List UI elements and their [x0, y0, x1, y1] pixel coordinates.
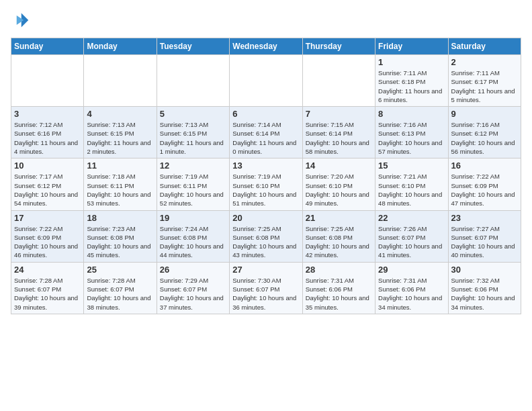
day-number: 11: [87, 161, 153, 171]
calendar-cell: 25Sunrise: 7:28 AM Sunset: 6:07 PM Dayli…: [84, 262, 157, 314]
header-row: SundayMondayTuesdayWednesdayThursdayFrid…: [11, 38, 521, 55]
day-number: 24: [14, 265, 81, 275]
calendar-cell: [84, 55, 157, 107]
day-info: Sunrise: 7:11 AM Sunset: 6:17 PM Dayligh…: [451, 68, 518, 104]
calendar-cell: 13Sunrise: 7:19 AM Sunset: 6:10 PM Dayli…: [230, 158, 302, 210]
header-cell-thursday: Thursday: [302, 38, 375, 55]
calendar-cell: 27Sunrise: 7:30 AM Sunset: 6:07 PM Dayli…: [230, 262, 302, 314]
day-info: Sunrise: 7:29 AM Sunset: 6:07 PM Dayligh…: [160, 276, 226, 312]
day-info: Sunrise: 7:22 AM Sunset: 6:09 PM Dayligh…: [14, 224, 81, 260]
day-info: Sunrise: 7:31 AM Sunset: 6:06 PM Dayligh…: [378, 276, 445, 312]
day-info: Sunrise: 7:14 AM Sunset: 6:14 PM Dayligh…: [232, 120, 299, 156]
day-number: 29: [378, 265, 445, 275]
calendar-week-3: 10Sunrise: 7:17 AM Sunset: 6:12 PM Dayli…: [11, 158, 521, 210]
day-number: 28: [306, 265, 372, 275]
day-number: 27: [232, 265, 299, 275]
day-info: Sunrise: 7:32 AM Sunset: 6:06 PM Dayligh…: [451, 276, 518, 312]
calendar-week-4: 17Sunrise: 7:22 AM Sunset: 6:09 PM Dayli…: [11, 210, 521, 262]
day-number: 20: [232, 213, 299, 223]
day-info: Sunrise: 7:12 AM Sunset: 6:16 PM Dayligh…: [14, 120, 81, 156]
day-number: 7: [306, 109, 372, 119]
day-info: Sunrise: 7:25 AM Sunset: 6:08 PM Dayligh…: [306, 224, 372, 260]
calendar-cell: [11, 55, 84, 107]
calendar-cell: 23Sunrise: 7:27 AM Sunset: 6:07 PM Dayli…: [448, 210, 521, 262]
calendar-cell: 18Sunrise: 7:23 AM Sunset: 6:08 PM Dayli…: [84, 210, 157, 262]
day-number: 8: [378, 109, 445, 119]
header-cell-friday: Friday: [375, 38, 448, 55]
day-info: Sunrise: 7:23 AM Sunset: 6:08 PM Dayligh…: [87, 224, 153, 260]
calendar-cell: [302, 55, 375, 107]
calendar-cell: 9Sunrise: 7:16 AM Sunset: 6:12 PM Daylig…: [448, 107, 521, 158]
calendar-cell: [230, 55, 302, 107]
calendar-cell: 3Sunrise: 7:12 AM Sunset: 6:16 PM Daylig…: [11, 107, 84, 158]
calendar-cell: 26Sunrise: 7:29 AM Sunset: 6:07 PM Dayli…: [157, 262, 229, 314]
calendar-cell: 4Sunrise: 7:13 AM Sunset: 6:15 PM Daylig…: [84, 107, 157, 158]
day-number: 12: [160, 161, 226, 171]
day-info: Sunrise: 7:28 AM Sunset: 6:07 PM Dayligh…: [14, 276, 81, 312]
calendar-cell: 20Sunrise: 7:25 AM Sunset: 6:08 PM Dayli…: [230, 210, 302, 262]
day-info: Sunrise: 7:13 AM Sunset: 6:15 PM Dayligh…: [87, 120, 153, 156]
day-number: 25: [87, 265, 153, 275]
calendar-cell: 10Sunrise: 7:17 AM Sunset: 6:12 PM Dayli…: [11, 158, 84, 210]
calendar-cell: 8Sunrise: 7:16 AM Sunset: 6:13 PM Daylig…: [375, 107, 448, 158]
day-info: Sunrise: 7:13 AM Sunset: 6:15 PM Dayligh…: [160, 120, 226, 156]
day-info: Sunrise: 7:17 AM Sunset: 6:12 PM Dayligh…: [14, 172, 81, 208]
calendar-cell: 28Sunrise: 7:31 AM Sunset: 6:06 PM Dayli…: [302, 262, 375, 314]
header-cell-monday: Monday: [84, 38, 157, 55]
day-info: Sunrise: 7:18 AM Sunset: 6:11 PM Dayligh…: [87, 172, 153, 208]
day-info: Sunrise: 7:30 AM Sunset: 6:07 PM Dayligh…: [232, 276, 299, 312]
calendar-cell: 2Sunrise: 7:11 AM Sunset: 6:17 PM Daylig…: [448, 55, 521, 107]
calendar-table: SundayMondayTuesdayWednesdayThursdayFrid…: [11, 38, 521, 314]
day-info: Sunrise: 7:22 AM Sunset: 6:09 PM Dayligh…: [451, 172, 518, 208]
day-number: 19: [160, 213, 226, 223]
header-cell-wednesday: Wednesday: [230, 38, 302, 55]
day-info: Sunrise: 7:21 AM Sunset: 6:10 PM Dayligh…: [378, 172, 445, 208]
calendar-cell: [157, 55, 229, 107]
day-info: Sunrise: 7:11 AM Sunset: 6:18 PM Dayligh…: [378, 68, 445, 104]
day-info: Sunrise: 7:26 AM Sunset: 6:07 PM Dayligh…: [378, 224, 445, 260]
day-number: 22: [378, 213, 445, 223]
day-info: Sunrise: 7:28 AM Sunset: 6:07 PM Dayligh…: [87, 276, 153, 312]
day-info: Sunrise: 7:27 AM Sunset: 6:07 PM Dayligh…: [451, 224, 518, 260]
day-number: 13: [232, 161, 299, 171]
day-info: Sunrise: 7:16 AM Sunset: 6:12 PM Dayligh…: [451, 120, 518, 156]
day-info: Sunrise: 7:16 AM Sunset: 6:13 PM Dayligh…: [378, 120, 445, 156]
day-info: Sunrise: 7:25 AM Sunset: 6:08 PM Dayligh…: [232, 224, 299, 260]
calendar-cell: 1Sunrise: 7:11 AM Sunset: 6:18 PM Daylig…: [375, 55, 448, 107]
calendar-week-1: 1Sunrise: 7:11 AM Sunset: 6:18 PM Daylig…: [11, 55, 521, 107]
day-number: 14: [306, 161, 372, 171]
day-number: 21: [306, 213, 372, 223]
calendar-cell: 6Sunrise: 7:14 AM Sunset: 6:14 PM Daylig…: [230, 107, 302, 158]
day-info: Sunrise: 7:31 AM Sunset: 6:06 PM Dayligh…: [306, 276, 372, 312]
header-cell-sunday: Sunday: [11, 38, 84, 55]
day-number: 9: [451, 109, 518, 119]
calendar-cell: 29Sunrise: 7:31 AM Sunset: 6:06 PM Dayli…: [375, 262, 448, 314]
page-header: [11, 11, 521, 30]
calendar-cell: 5Sunrise: 7:13 AM Sunset: 6:15 PM Daylig…: [157, 107, 229, 158]
day-info: Sunrise: 7:15 AM Sunset: 6:14 PM Dayligh…: [306, 120, 372, 156]
day-info: Sunrise: 7:20 AM Sunset: 6:10 PM Dayligh…: [306, 172, 372, 208]
calendar-cell: 12Sunrise: 7:19 AM Sunset: 6:11 PM Dayli…: [157, 158, 229, 210]
day-number: 26: [160, 265, 226, 275]
day-number: 23: [451, 213, 518, 223]
day-number: 2: [451, 57, 518, 67]
calendar-cell: 21Sunrise: 7:25 AM Sunset: 6:08 PM Dayli…: [302, 210, 375, 262]
logo: [11, 11, 32, 30]
logo-icon: [11, 11, 30, 30]
header-cell-tuesday: Tuesday: [157, 38, 229, 55]
day-number: 10: [14, 161, 81, 171]
calendar-cell: 24Sunrise: 7:28 AM Sunset: 6:07 PM Dayli…: [11, 262, 84, 314]
day-number: 5: [160, 109, 226, 119]
day-number: 17: [14, 213, 81, 223]
calendar-cell: 14Sunrise: 7:20 AM Sunset: 6:10 PM Dayli…: [302, 158, 375, 210]
calendar-cell: 22Sunrise: 7:26 AM Sunset: 6:07 PM Dayli…: [375, 210, 448, 262]
calendar-cell: 17Sunrise: 7:22 AM Sunset: 6:09 PM Dayli…: [11, 210, 84, 262]
calendar-cell: 30Sunrise: 7:32 AM Sunset: 6:06 PM Dayli…: [448, 262, 521, 314]
day-number: 30: [451, 265, 518, 275]
day-number: 3: [14, 109, 81, 119]
day-number: 16: [451, 161, 518, 171]
day-number: 18: [87, 213, 153, 223]
header-cell-saturday: Saturday: [448, 38, 521, 55]
day-number: 15: [378, 161, 445, 171]
day-number: 1: [378, 57, 445, 67]
